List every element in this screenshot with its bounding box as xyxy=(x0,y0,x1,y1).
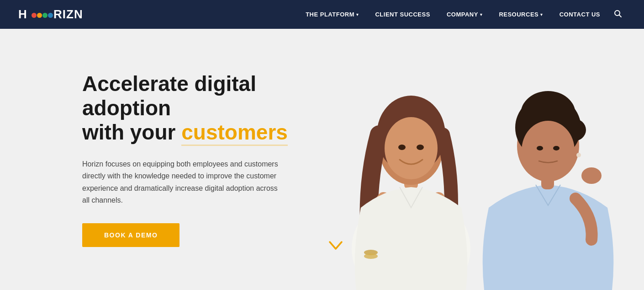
chevron-down-icon: ▾ xyxy=(540,12,543,17)
chevron-down-icon: ▾ xyxy=(480,12,483,17)
hero-image xyxy=(301,29,644,290)
logo-text: H RIZN xyxy=(18,7,83,21)
svg-point-8 xyxy=(417,145,424,150)
book-demo-button[interactable]: BOOK A DEMO xyxy=(82,223,179,247)
nav-item-client-success[interactable]: CLIENT SUCCESS xyxy=(369,7,436,21)
scroll-down-chevron[interactable] xyxy=(329,239,343,253)
nav-links: THE PLATFORM ▾ CLIENT SUCCESS COMPANY ▾ … xyxy=(299,6,626,23)
navbar: H RIZN THE PLATFORM ▾ CLIENT SUCCESS COM… xyxy=(0,0,644,29)
nav-item-resources[interactable]: RESOURCES ▾ xyxy=(492,7,549,21)
hero-content: Accelerate digital adoption with your cu… xyxy=(0,72,311,247)
logo[interactable]: H RIZN xyxy=(18,7,83,21)
svg-line-1 xyxy=(619,15,622,17)
search-icon[interactable] xyxy=(610,6,626,23)
chevron-down-icon: ▾ xyxy=(356,12,359,17)
svg-point-23 xyxy=(576,153,581,157)
hero-section: Accelerate digital adoption with your cu… xyxy=(0,29,644,290)
nav-item-contact-us[interactable]: CONTACT US xyxy=(553,7,607,21)
svg-point-7 xyxy=(398,145,406,150)
svg-point-6 xyxy=(385,117,438,179)
hero-title: Accelerate digital adoption with your cu… xyxy=(82,72,292,145)
svg-point-13 xyxy=(364,253,378,259)
svg-point-22 xyxy=(581,167,602,184)
svg-point-21 xyxy=(553,146,560,150)
person-right-figure xyxy=(452,29,644,290)
nav-item-company[interactable]: COMPANY ▾ xyxy=(440,7,489,21)
nav-item-the-platform[interactable]: THE PLATFORM ▾ xyxy=(299,7,365,21)
svg-point-20 xyxy=(537,146,543,150)
hero-description: Horizn focuses on equipping both employe… xyxy=(82,158,283,207)
svg-point-19 xyxy=(522,121,575,180)
